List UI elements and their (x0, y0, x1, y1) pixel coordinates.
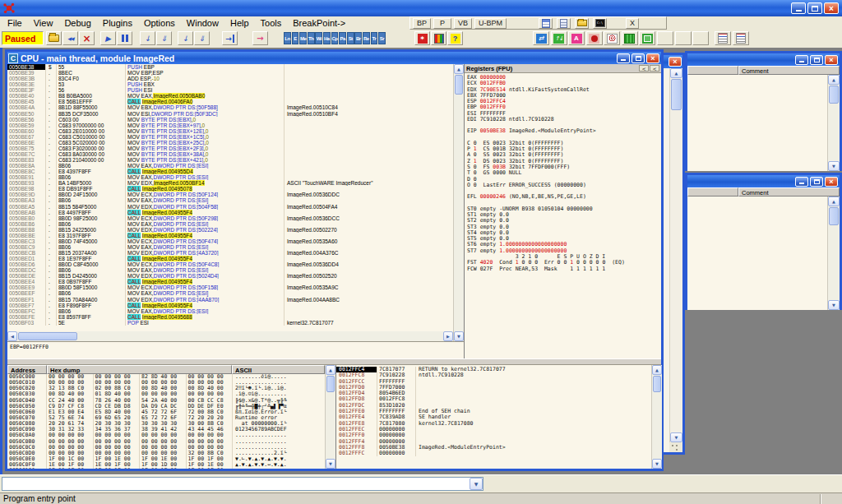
blank-button[interactable] (692, 31, 709, 45)
windows-button[interactable] (639, 31, 655, 45)
settings-button[interactable] (414, 31, 430, 45)
close-icon[interactable]: × (825, 55, 838, 65)
menu-item-breakpoint[interactable]: BreakPoint-> (287, 18, 351, 28)
register-line[interactable]: EIP 0050BE38 ImageRed.<ModuleEntryPoint> (467, 128, 661, 134)
pause-button[interactable] (117, 31, 132, 45)
disasm-row[interactable]: 0050BEB8.8B15 24225000MOV EDX,DWORD PTR … (7, 227, 453, 233)
register-line[interactable]: T 0 GS 0000 NULL (467, 170, 661, 176)
minimize-icon[interactable] (795, 55, 808, 65)
bp-button-p[interactable]: P (433, 18, 451, 29)
menu-item-plugins[interactable]: Plugins (97, 18, 138, 28)
cpu-window-titlebar[interactable]: C CPU - main thread, module ImageRed × (7, 52, 661, 64)
pane-button-ln[interactable]: Ln (284, 32, 291, 44)
registers-pane[interactable]: Registers (FPU) < < EAX 00000000ECX 0012… (464, 64, 661, 358)
blank-button[interactable] (657, 31, 673, 45)
menu-item-tools[interactable]: Tools (255, 18, 288, 28)
hex-dump-row[interactable]: 0050C0B000 00 00 0000 00 00 0000 00 00 0… (7, 439, 325, 445)
hex-dump-row[interactable]: 0050C01000 00 00 0000 00 00 0000 00 00 0… (7, 380, 325, 386)
spiral-button[interactable] (604, 31, 620, 45)
hex-dump-row[interactable]: 0050C0C000 00 00 0000 00 00 0000 00 00 0… (7, 445, 325, 451)
disasm-row[interactable]: 0050BE67.C683 C5010000 00MOV BYTE PTR DS… (7, 134, 453, 140)
disassembly-pane[interactable]: 0050BE38$55PUSH EBP0050BE39.8BECMOV EBP,… (7, 64, 453, 331)
disasm-row[interactable]: 0050BEEF.8B06MOV EAX,DWORD PTR DS:[ESI] (7, 290, 453, 296)
pane-button-me[interactable]: Me (299, 32, 307, 44)
open-file-button[interactable] (46, 31, 62, 45)
pane-button-pa[interactable]: Pa (339, 32, 346, 44)
hex-dump-row[interactable]: 0050C07052 75 6E 7469 6D 65 2065 72 72 6… (7, 415, 325, 421)
hex-dump-row[interactable]: 0050C02032 13 8B C002 00 8B C000 8D 40 0… (7, 386, 325, 391)
scroll-left-icon[interactable]: ◀ (7, 331, 17, 341)
stack-row[interactable]: 0012FFEC00000000 (336, 427, 651, 432)
scroll-up-icon[interactable]: ▲ (326, 365, 335, 375)
pane-button-e[interactable]: E (292, 32, 299, 44)
register-line[interactable]: FCW 027F Prec NEAR,53 Mask 1 1 1 1 1 1 (467, 266, 661, 272)
disasm-row[interactable]: 0050BE3B.83C4 F0ADD ESP,-10 (7, 76, 453, 81)
bp-button-u-bpm[interactable]: U-BPM (474, 18, 507, 29)
pane-button-ha[interactable]: Ha (323, 32, 331, 44)
disasm-row[interactable]: 0050BEDE.8B15 D4245000MOV EDX,DWORD PTR … (7, 273, 453, 279)
hex-dump-row[interactable]: 0050C050C9 D7 CF C8CD CE DB D8DA D9 CA D… (7, 404, 325, 409)
hex-dump-row[interactable]: 0050C040CC 24 40 0078 26 40 0054 2A 40 0… (7, 398, 325, 404)
close-button[interactable]: × (824, 2, 839, 14)
scrollbar[interactable]: ▲ ▼ (669, 68, 682, 442)
scroll-down-icon[interactable]: ▼ (828, 300, 840, 310)
disasm-row[interactable]: 0050BE60.C683 2E010000 00MOV BYTE PTR DS… (7, 128, 453, 134)
restore-button[interactable] (807, 2, 822, 14)
updown-button[interactable] (551, 31, 567, 45)
pane-button-wi[interactable]: Wi (315, 32, 322, 44)
comment-window-bottom[interactable]: × Comment ▲ ▼ (685, 173, 842, 310)
register-line[interactable]: EDI 7C910228 ntdll.7C910228 (467, 117, 661, 123)
registers-prev-icon[interactable]: < (639, 65, 649, 72)
hex-dump-row[interactable]: 0050C0D000 00 00 0000 00 00 0000 00 00 0… (7, 451, 325, 456)
scroll-down-icon[interactable]: ▼ (828, 161, 840, 171)
hex-dump-pane[interactable]: Address Hex dump ASCII 0050C00000 00 00 … (7, 365, 325, 469)
help-button[interactable] (447, 31, 463, 45)
disasm-row[interactable]: 0050BEE4.E8 0B97F8FFCALL ImageRed.004955… (7, 279, 453, 284)
scroll-up-icon[interactable]: ▲ (670, 68, 682, 78)
tuner-button[interactable] (622, 31, 638, 45)
minimize-icon[interactable] (795, 177, 808, 187)
menu-item-debug[interactable]: Debug (58, 18, 96, 28)
pane-button-th[interactable]: Th (308, 32, 315, 44)
restart-button[interactable] (62, 31, 78, 45)
resize-grip[interactable] (669, 442, 682, 452)
disasm-row[interactable]: 0050BEF1.8B15 70A84A00MOV EDX,DWORD PTR … (7, 297, 453, 303)
stack-row[interactable]: 0012FFDC853D1020 (336, 403, 651, 409)
stack-row[interactable]: 0012FFCCFFFFFFFF (336, 379, 651, 385)
step-over-button[interactable] (156, 31, 172, 45)
console-button[interactable] (593, 18, 607, 29)
stack-row[interactable]: 0012FFD80012FFC8 (336, 396, 651, 402)
disasm-row[interactable]: 0050BE93.BA 14BF5000MOV EDX,ImageRed.005… (7, 180, 453, 186)
maximize-icon[interactable] (810, 177, 823, 187)
disasm-row[interactable]: 0050BF03.5EPOP ESIkernel32.7C817077 (7, 320, 453, 326)
menu-item-window[interactable]: Window (181, 18, 224, 28)
disasm-row[interactable]: 0050BEFC.8B06MOV EAX,DWORD PTR DS:[ESI] (7, 308, 453, 314)
hex-dump-row[interactable]: 0050C08020 20 61 7420 30 30 3030 30 30 3… (7, 421, 325, 427)
disasm-row[interactable]: 0050BE75.C683 F3020000 00MOV BYTE PTR DS… (7, 146, 453, 151)
stack-row[interactable]: 0012FFC87C910228ntdll.7C910228 (336, 372, 651, 378)
disasm-row[interactable]: 0050BE4A.8B1D 88F55000MOV EBX,DWORD PTR … (7, 104, 453, 110)
disasm-row[interactable]: 0050BEE9.8B0D 58F15000MOV ECX,DWORD PTR … (7, 284, 453, 290)
scroll-up-icon[interactable]: ▲ (828, 197, 840, 206)
appearance-button[interactable] (431, 31, 446, 45)
pane-button-st[interactable]: St (347, 32, 354, 44)
disasm-row[interactable]: 0050BED1.E8 1E97F8FFCALL ImageRed.004955… (7, 256, 453, 261)
stack-row[interactable]: 0012FFD48054B6ED (336, 391, 651, 396)
hex-dump-row[interactable]: 0050C0A000 00 00 0000 00 00 0000 00 00 0… (7, 432, 325, 438)
bp-button-bp[interactable]: BP (413, 18, 431, 29)
disasm-row[interactable]: 0050BE83.C683 21040000 00MOV BYTE PTR DS… (7, 157, 453, 163)
disasm-row[interactable]: 0050BEB6.8B06MOV EAX,DWORD PTR DS:[ESI] (7, 221, 453, 227)
open-folder-sm-button[interactable] (575, 18, 589, 29)
pane-button-tr[interactable]: Tr (371, 32, 378, 44)
disasm-row[interactable]: 0050BEA5.8B15 584F5000MOV EDX,DWORD PTR … (7, 204, 453, 210)
report-button[interactable] (733, 31, 749, 45)
menu-item-view[interactable]: View (28, 18, 59, 28)
step-into-button[interactable] (140, 31, 155, 45)
blank-button[interactable] (675, 31, 692, 45)
disasm-row[interactable]: 0050BE98.E8 DB91F8FFCALL ImageRed.004950… (7, 186, 453, 192)
run-button[interactable] (100, 31, 116, 45)
animate-over-button[interactable] (194, 31, 210, 45)
disassembly-hscrollbar[interactable]: ◀ ▶ (7, 331, 453, 341)
minimize-button[interactable] (791, 2, 806, 14)
disasm-row[interactable]: 0050BEDC.8B06MOV EAX,DWORD PTR DS:[ESI] (7, 267, 453, 273)
